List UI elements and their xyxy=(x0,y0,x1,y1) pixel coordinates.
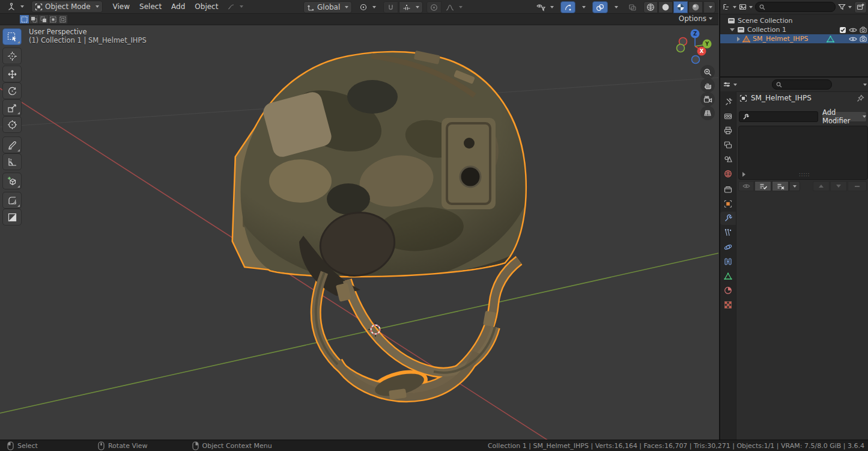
tab-data[interactable] xyxy=(720,269,736,283)
helmet-model[interactable] xyxy=(222,43,535,402)
modifier-list-box[interactable]: ::::: xyxy=(738,126,868,180)
outliner-search-input[interactable] xyxy=(755,2,836,12)
outliner-filter-button[interactable] xyxy=(838,3,852,11)
editor-type-button[interactable] xyxy=(4,1,28,13)
select-mode-extend-button[interactable] xyxy=(29,15,38,23)
tool-cursor[interactable] xyxy=(3,48,21,64)
snap-target-dropdown[interactable] xyxy=(399,1,423,13)
tool-scale[interactable] xyxy=(3,100,21,115)
menu-select[interactable]: Select xyxy=(135,1,166,12)
tool-transform[interactable] xyxy=(3,117,21,132)
tab-modifiers[interactable] xyxy=(720,212,736,225)
gizmo-dropdown[interactable] xyxy=(576,1,589,13)
camera-restrict-icon[interactable] xyxy=(860,35,867,42)
properties-editor-type-button[interactable] xyxy=(723,81,737,88)
shading-material-button[interactable] xyxy=(673,1,688,13)
outliner-display-mode-button[interactable] xyxy=(739,3,753,11)
shading-solid-button[interactable] xyxy=(658,1,673,13)
list-expand-icon[interactable] xyxy=(742,172,745,177)
eye-icon[interactable] xyxy=(849,27,857,33)
menu-object[interactable]: Object xyxy=(190,1,222,12)
add-modifier-dropdown[interactable]: Add Modifier xyxy=(822,111,867,122)
zoom-view-button[interactable] xyxy=(700,65,715,79)
show-gizmo-toggle[interactable] xyxy=(560,1,575,13)
tool-rotate[interactable] xyxy=(3,83,21,99)
xray-toggle[interactable] xyxy=(625,1,640,13)
viewport-canvas[interactable]: User Perspective (1) Collection 1 | SM_H… xyxy=(0,25,718,440)
disclosure-closed-icon[interactable] xyxy=(737,37,740,41)
navigation-gizmo[interactable]: Z Y X xyxy=(674,28,716,66)
gizmo-neg-y-ball[interactable] xyxy=(677,44,685,52)
tab-collection[interactable] xyxy=(720,183,736,196)
select-mode-invert-button[interactable] xyxy=(49,15,58,23)
select-mode-set-button[interactable] xyxy=(20,15,29,23)
show-overlays-toggle[interactable] xyxy=(592,1,608,13)
outliner-row-sm-helmet-ihps[interactable]: SM_Helmet_IHPS xyxy=(720,34,868,43)
proportional-falloff-dropdown[interactable] xyxy=(442,1,466,13)
apply-all-button[interactable] xyxy=(754,181,771,191)
proportional-circle-icon xyxy=(430,4,438,11)
select-mode-subtract-button[interactable] xyxy=(39,15,48,23)
toggle-visibility-list-button[interactable] xyxy=(738,181,754,191)
snap-toggle[interactable] xyxy=(383,1,398,13)
tab-scene[interactable] xyxy=(720,153,736,166)
remove-all-button[interactable] xyxy=(772,181,789,191)
camera-view-button[interactable] xyxy=(700,92,715,106)
outliner-editor-type-button[interactable] xyxy=(723,3,736,11)
pivot-point-dropdown[interactable] xyxy=(356,1,380,13)
select-mode-intersect-button[interactable] xyxy=(58,15,67,23)
overlays-dropdown[interactable] xyxy=(609,1,622,13)
tab-constraints[interactable] xyxy=(720,255,736,268)
tab-texture[interactable] xyxy=(720,298,736,311)
mode-dropdown[interactable]: Object Mode xyxy=(31,1,103,13)
tab-object[interactable] xyxy=(720,197,736,210)
transform-orientation-dropdown[interactable]: Global xyxy=(303,1,352,13)
camera-restrict-icon[interactable] xyxy=(860,26,867,33)
tab-output[interactable] xyxy=(720,124,736,137)
tool-select-box[interactable] xyxy=(3,29,21,44)
tool-annotate[interactable] xyxy=(3,137,21,153)
select-subtract-icon xyxy=(40,16,47,23)
active-tool-dropdown[interactable] xyxy=(223,1,247,13)
perspective-toggle-button[interactable] xyxy=(700,106,715,120)
proportional-editing-toggle[interactable] xyxy=(426,1,442,13)
list-options-dropdown[interactable] xyxy=(789,181,800,191)
tab-physics[interactable] xyxy=(720,241,736,254)
tool-add-cube[interactable] xyxy=(3,173,21,189)
menu-add[interactable]: Add xyxy=(167,1,189,12)
remove-modifier-button[interactable] xyxy=(848,181,867,191)
checkbox-checked-icon[interactable] xyxy=(839,26,846,34)
tool-move[interactable] xyxy=(3,66,21,82)
shading-wireframe-button[interactable] xyxy=(643,1,658,13)
eye-icon[interactable] xyxy=(849,36,857,42)
tool-fillet[interactable] xyxy=(3,192,21,208)
tab-tool[interactable] xyxy=(720,95,736,108)
outliner-row-scene-collection[interactable]: Scene Collection xyxy=(720,16,868,25)
move-modifier-down-button[interactable] xyxy=(830,181,847,191)
tab-render[interactable] xyxy=(720,109,736,123)
pin-icon[interactable] xyxy=(857,94,864,102)
outliner-row-collection-1[interactable]: Collection 1 xyxy=(720,25,868,34)
gizmo-neg-z-ball[interactable] xyxy=(692,56,700,64)
shading-dropdown[interactable] xyxy=(703,1,715,13)
tab-view-layer[interactable] xyxy=(720,138,736,152)
tab-world[interactable] xyxy=(720,167,736,180)
tool-measure[interactable] xyxy=(3,154,21,170)
tool-flatten[interactable] xyxy=(3,209,21,225)
object-visibility-dropdown[interactable] xyxy=(533,1,557,13)
new-collection-button[interactable] xyxy=(854,1,867,13)
menu-view[interactable]: View xyxy=(109,1,134,12)
shading-rendered-button[interactable] xyxy=(688,1,703,13)
disclosure-open-icon[interactable] xyxy=(730,28,735,31)
modifier-search-input[interactable] xyxy=(739,111,818,122)
move-modifier-up-button[interactable] xyxy=(813,181,830,191)
pan-view-button[interactable] xyxy=(700,78,715,93)
tab-material[interactable] xyxy=(720,284,736,297)
scene-render xyxy=(0,25,718,440)
tab-particles[interactable] xyxy=(720,226,736,239)
properties-search-input[interactable] xyxy=(772,79,832,90)
breadcrumb-object-name[interactable]: SM_Helmet_IHPS xyxy=(751,94,812,102)
options-dropdown[interactable]: Options xyxy=(679,14,712,23)
resize-grip-icon[interactable]: ::::: xyxy=(799,172,810,177)
properties-options-chevron[interactable] xyxy=(863,84,867,86)
